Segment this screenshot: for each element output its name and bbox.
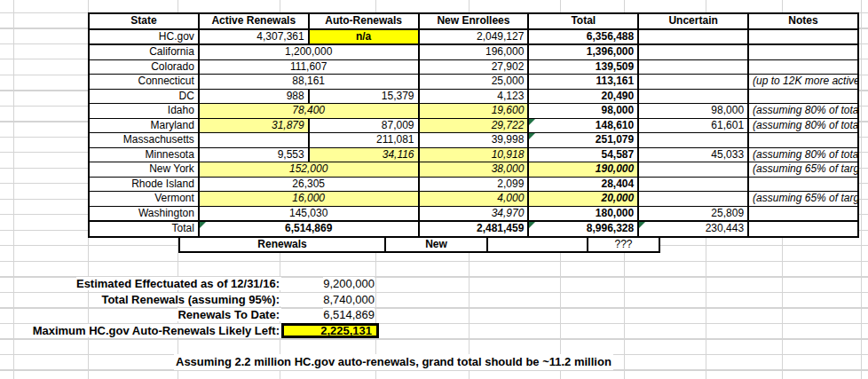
cell-uncertain[interactable] xyxy=(638,29,748,45)
cell-new-enrollees[interactable]: 39,998 xyxy=(419,133,529,148)
cell-notes[interactable] xyxy=(748,133,858,148)
cell-active-renewals[interactable]: 111,607 xyxy=(199,59,419,75)
cell-notes[interactable]: (assuming 65% of target w/80% renewals) xyxy=(748,192,858,207)
cell-auto-renewals[interactable]: 34,116 xyxy=(309,147,419,162)
cell-new-enrollees[interactable]: 27,902 xyxy=(419,59,529,75)
cell-notes[interactable] xyxy=(748,29,858,45)
cell-total[interactable]: 113,161 xyxy=(528,75,638,90)
cell-active-renewals[interactable]: 88,161 xyxy=(199,75,419,90)
footnote-cell[interactable]: Assuming 2.2 million HC.gov auto-renewal… xyxy=(174,354,613,370)
cell-blank[interactable] xyxy=(487,237,588,253)
cell-state[interactable]: HC.gov xyxy=(89,29,199,45)
cell-state[interactable]: Minnesota xyxy=(89,147,199,162)
cell-active-renewals[interactable]: 4,307,361 xyxy=(199,29,309,45)
column-header-total[interactable]: Total xyxy=(528,13,638,29)
cell-total[interactable]: 6,356,488 xyxy=(528,29,638,45)
cell-state[interactable]: Total xyxy=(89,221,199,237)
cell-state[interactable]: Idaho xyxy=(89,104,199,119)
cell-notes[interactable]: (assuming 80% of total are renewals) xyxy=(748,147,858,162)
cell-uncertain[interactable]: 98,000 xyxy=(638,104,748,119)
cell-uncertain[interactable] xyxy=(638,192,748,207)
cell-new-enrollees[interactable]: 38,000 xyxy=(419,162,529,178)
cell-active-renewals[interactable]: 152,000 xyxy=(199,162,419,178)
cell-notes[interactable] xyxy=(748,59,858,75)
cell-new-label[interactable]: New xyxy=(385,237,487,253)
cell-uncertain[interactable] xyxy=(638,89,748,104)
column-header-uncertain[interactable]: Uncertain xyxy=(638,13,748,29)
cell-notes[interactable] xyxy=(748,177,858,192)
cell-uncertain[interactable] xyxy=(638,177,748,192)
cell-new-enrollees[interactable]: 196,000 xyxy=(419,44,529,59)
cell-active-renewals[interactable]: 6,514,869 xyxy=(199,221,419,237)
cell-uncertain[interactable]: 25,809 xyxy=(638,206,748,221)
cell-active-renewals[interactable]: 145,030 xyxy=(199,206,419,221)
cell-total[interactable]: 1,396,000 xyxy=(528,44,638,59)
summary-value[interactable]: 9,200,000 xyxy=(281,276,379,292)
cell-new-enrollees[interactable]: 2,481,459 xyxy=(419,221,529,237)
cell-notes[interactable]: (assuming 65% of target w/80% renewals) xyxy=(748,162,858,178)
cell-total[interactable]: 190,000 xyxy=(528,162,638,178)
cell-uncertain[interactable] xyxy=(638,44,748,59)
cell-state[interactable]: Rhode Island xyxy=(89,177,199,192)
cell-total[interactable]: 98,000 xyxy=(528,104,638,119)
cell-active-renewals[interactable]: 31,879 xyxy=(199,118,309,133)
cell-total[interactable]: 180,000 xyxy=(528,206,638,221)
cell-state[interactable]: Maryland xyxy=(89,118,199,133)
cell-state[interactable]: DC xyxy=(89,89,199,104)
cell-active-renewals[interactable]: 26,305 xyxy=(199,177,419,192)
cell-state[interactable]: New York xyxy=(89,162,199,178)
cell-total[interactable]: 139,509 xyxy=(528,59,638,75)
cell-uncertain[interactable] xyxy=(638,162,748,178)
cell-new-enrollees[interactable]: 29,722 xyxy=(419,118,529,133)
summary-value[interactable]: 8,740,000 xyxy=(281,292,379,308)
column-header-notes[interactable]: Notes xyxy=(748,13,858,29)
cell-uncertain[interactable] xyxy=(638,59,748,75)
cell-auto-renewals[interactable]: n/a xyxy=(309,29,419,45)
cell-active-renewals[interactable]: 9,553 xyxy=(199,147,309,162)
cell-state[interactable]: Vermont xyxy=(89,192,199,207)
summary-label[interactable]: Renewals To Date: xyxy=(178,308,281,321)
cell-total[interactable]: 20,490 xyxy=(528,89,638,104)
summary-label[interactable]: Total Renewals (assuming 95%): xyxy=(101,293,281,306)
cell-notes[interactable] xyxy=(748,221,858,237)
cell-notes[interactable] xyxy=(748,206,858,221)
cell-state[interactable]: Colorado xyxy=(89,59,199,75)
cell-new-enrollees[interactable]: 2,099 xyxy=(419,177,529,192)
cell-state[interactable]: Washington xyxy=(89,206,199,221)
cell-renewals-label[interactable]: Renewals xyxy=(179,237,385,253)
summary-value[interactable]: 6,514,869 xyxy=(281,307,379,323)
cell-active-renewals[interactable]: 78,400 xyxy=(199,104,419,119)
cell-new-enrollees[interactable]: 34,970 xyxy=(419,206,529,221)
cell-auto-renewals[interactable]: 87,009 xyxy=(309,118,419,133)
cell-total[interactable]: 251,079 xyxy=(528,133,638,148)
summary-value-highlighted[interactable]: 2,225,131 xyxy=(281,323,379,339)
cell-new-enrollees[interactable]: 25,000 xyxy=(419,75,529,90)
cell-new-enrollees[interactable]: 4,000 xyxy=(419,192,529,207)
cell-uncertain[interactable] xyxy=(638,75,748,90)
cell-total[interactable]: 54,587 xyxy=(528,147,638,162)
cell-notes[interactable] xyxy=(748,44,858,59)
cell-total[interactable]: 20,000 xyxy=(528,192,638,207)
cell-new-enrollees[interactable]: 19,600 xyxy=(419,104,529,119)
cell-state[interactable]: California xyxy=(89,44,199,59)
column-header-new-enrollees[interactable]: New Enrollees xyxy=(419,13,529,29)
summary-label[interactable]: Maximum HC.gov Auto-Renewals Likely Left… xyxy=(33,324,281,337)
cell-state[interactable]: Connecticut xyxy=(89,75,199,90)
cell-auto-renewals[interactable]: 211,081 xyxy=(309,133,419,148)
column-header-state[interactable]: State xyxy=(89,13,199,29)
cell-new-enrollees[interactable]: 4,123 xyxy=(419,89,529,104)
cell-uncertain[interactable]: 61,601 xyxy=(638,118,748,133)
cell-uncertain[interactable] xyxy=(638,133,748,148)
cell-uncertain[interactable]: 45,033 xyxy=(638,147,748,162)
cell-new-enrollees[interactable]: 2,049,127 xyxy=(419,29,529,45)
cell-uncertain[interactable]: 230,443 xyxy=(638,221,748,237)
cell-active-renewals[interactable]: 16,000 xyxy=(199,192,419,207)
cell-notes[interactable]: (assuming 80% of total are renewals) xyxy=(748,104,858,119)
cell-uncertain-unknown[interactable]: ??? xyxy=(588,237,659,253)
cell-notes[interactable]: (up to 12K more active renewals to come) xyxy=(748,75,858,90)
cell-active-renewals[interactable]: 988 xyxy=(199,89,309,104)
cell-notes[interactable]: (assuming 80% of total are renewals) xyxy=(748,118,858,133)
column-header-auto-renewals[interactable]: Auto-Renewals xyxy=(309,13,419,29)
cell-notes[interactable] xyxy=(748,89,858,104)
cell-active-renewals[interactable]: 1,200,000 xyxy=(199,44,419,59)
